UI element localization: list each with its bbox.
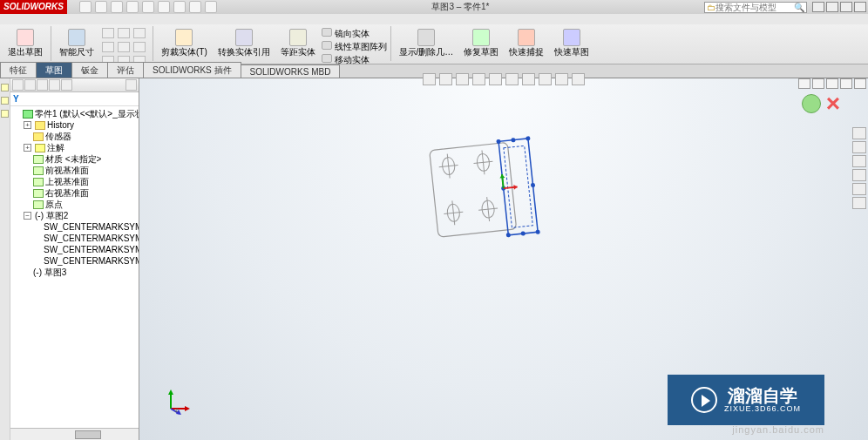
offset-button[interactable]: 等距实体 (276, 26, 320, 61)
taskpane-icon[interactable] (852, 127, 866, 139)
tree-tab-icon[interactable] (61, 79, 72, 91)
tab-sketch[interactable]: 草图 (36, 62, 72, 78)
tab-feature[interactable]: 特征 (0, 62, 37, 78)
save-icon[interactable] (111, 1, 123, 13)
tree-item-top[interactable]: 上视基准面 (33, 176, 139, 187)
view-triad[interactable]: z (166, 388, 192, 414)
mdi-icon[interactable] (854, 78, 866, 89)
tree-item-annot[interactable]: +注解 (33, 142, 139, 153)
appearance-icon[interactable] (539, 73, 552, 85)
tree-item-sketch2[interactable]: −(-) 草图2 (33, 210, 139, 221)
gutter-icon[interactable] (1, 97, 9, 105)
tab-evaluate[interactable]: 评估 (107, 62, 144, 78)
repair-button[interactable]: 修复草图 (459, 26, 503, 61)
graphics-viewport[interactable]: × (139, 78, 868, 440)
maximize-icon[interactable] (840, 2, 852, 12)
tree-collapse-icon[interactable] (125, 79, 137, 91)
new-icon[interactable] (79, 1, 92, 13)
confirm-ok-icon[interactable] (802, 94, 821, 113)
quick-sketch-button[interactable]: 快速草图 (550, 26, 593, 61)
tree-tab-icon[interactable] (49, 79, 60, 91)
circle-icon[interactable] (118, 28, 130, 38)
feature-tree[interactable]: 零件1 (默认<<默认>_显示状态 +History 传感器 +注解 材质 <未… (10, 106, 139, 428)
search-icon[interactable]: 🔍 (794, 3, 804, 12)
confirm-cancel-icon[interactable]: × (826, 94, 840, 113)
sketch-geometry[interactable] (427, 131, 549, 253)
tree-root[interactable]: 零件1 (默认<<默认>_显示状态 (23, 108, 139, 119)
line-icon[interactable] (102, 28, 114, 38)
scrollbar-thumb[interactable] (75, 430, 101, 439)
annotation-icon (35, 144, 45, 152)
tree-scrollbar[interactable] (10, 428, 139, 440)
view-settings-icon[interactable] (572, 73, 585, 85)
gutter-icon[interactable] (1, 84, 9, 91)
quick-snap-button[interactable]: 快速捕捉 (505, 26, 548, 61)
prev-view-icon[interactable] (456, 73, 469, 85)
poly-icon[interactable] (133, 42, 146, 52)
spline-icon[interactable] (118, 42, 130, 52)
view-orient-icon[interactable] (489, 73, 502, 85)
tree-item-cm[interactable]: SW_CENTERMARKSYM (44, 255, 139, 267)
display-delete-button[interactable]: 显示/删除几… (395, 26, 458, 61)
mirror-button[interactable]: 镜向实体 (322, 28, 387, 40)
help-icon[interactable] (812, 2, 824, 12)
tree-item-cm[interactable]: SW_CENTERMARKSYM (44, 221, 139, 233)
section-icon[interactable] (472, 73, 485, 85)
quick-sketch-icon (563, 29, 580, 46)
tree-item-sketch3[interactable]: (-) 草图3 (33, 267, 139, 278)
undo-icon[interactable] (142, 1, 154, 13)
tree-tab-icon[interactable] (24, 79, 36, 91)
redo-icon[interactable] (158, 1, 170, 13)
exit-sketch-icon (17, 29, 34, 46)
search-input[interactable] (715, 3, 794, 12)
mdi-icon[interactable] (840, 78, 852, 89)
gutter-icon[interactable] (1, 110, 9, 118)
open-icon[interactable] (95, 1, 107, 13)
convert-button[interactable]: 转换实体引用 (214, 26, 275, 61)
tab-mbd[interactable]: SOLIDWORKS MBD (241, 64, 341, 78)
tree-item-material[interactable]: 材质 <未指定> (33, 153, 139, 165)
tree-tab-icon[interactable] (37, 79, 48, 91)
tree-item-front[interactable]: 前视基准面 (33, 165, 139, 176)
rebuild-icon[interactable] (189, 1, 201, 13)
exit-sketch-button[interactable]: 退出草图 (3, 26, 47, 61)
tree-item-cm[interactable]: SW_CENTERMARKSYM (44, 244, 139, 255)
search-box[interactable]: 🗀 🔍 (704, 2, 807, 13)
trim-button[interactable]: 剪裁实体(T) (157, 26, 212, 61)
mdi-icon[interactable] (812, 78, 824, 89)
scene-icon[interactable] (555, 73, 568, 85)
zoom-fit-icon[interactable] (423, 73, 436, 85)
display-style-icon[interactable] (505, 73, 519, 85)
minimize-icon[interactable] (826, 2, 838, 12)
tree-item-right[interactable]: 右视基准面 (33, 187, 139, 199)
mdi-icon[interactable] (826, 78, 838, 89)
arc-icon[interactable] (133, 28, 146, 38)
collapse-icon[interactable]: − (24, 212, 31, 220)
zoom-area-icon[interactable] (439, 73, 452, 85)
taskpane-icon[interactable] (852, 183, 866, 195)
linear-pattern-button[interactable]: 线性草图阵列 (322, 41, 387, 53)
tree-item-history[interactable]: +History (33, 119, 139, 131)
tab-addins[interactable]: SOLIDWORKS 插件 (143, 62, 241, 78)
tree-tab-icon[interactable] (12, 79, 24, 91)
expand-icon[interactable]: + (24, 121, 31, 129)
tree-item-cm[interactable]: SW_CENTERMARKSYM (44, 233, 139, 244)
taskpane-icon[interactable] (852, 197, 866, 209)
tree-item-sensor[interactable]: 传感器 (33, 131, 139, 142)
smart-dimension-button[interactable]: 智能尺寸 (55, 26, 98, 61)
hide-show-icon[interactable] (522, 73, 535, 85)
print-icon[interactable] (126, 1, 139, 13)
close-icon[interactable] (854, 2, 866, 12)
mdi-icon[interactable] (798, 78, 810, 89)
select-icon[interactable] (173, 1, 186, 13)
tab-sheetmetal[interactable]: 钣金 (71, 62, 108, 78)
expand-icon[interactable]: + (24, 144, 31, 152)
rect-icon[interactable] (102, 42, 114, 52)
options-icon[interactable] (205, 1, 217, 13)
taskpane-icon[interactable] (852, 169, 866, 181)
quick-sketch-label: 快速草图 (554, 46, 589, 58)
tree-filter[interactable]: Y (10, 92, 139, 106)
taskpane-icon[interactable] (852, 141, 866, 153)
taskpane-icon[interactable] (852, 155, 866, 167)
tree-item-origin[interactable]: 原点 (33, 199, 139, 210)
